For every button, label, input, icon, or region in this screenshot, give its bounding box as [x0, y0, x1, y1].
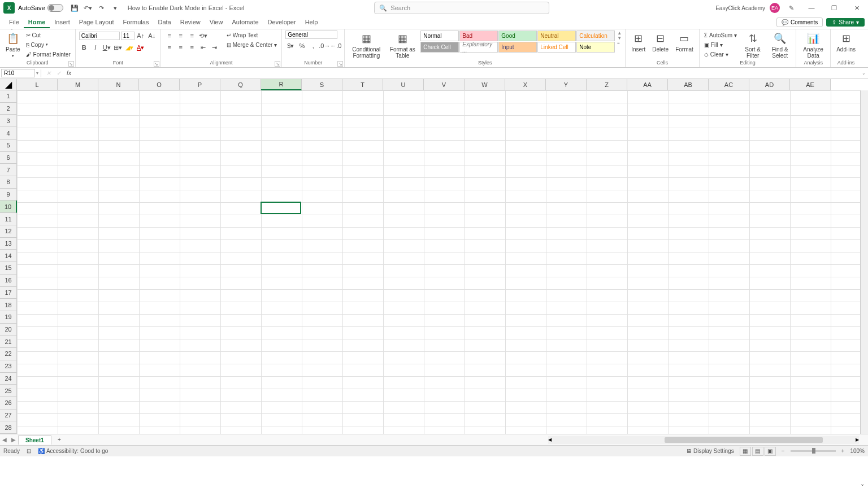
row-header[interactable]: 2 [0, 103, 17, 115]
copy-button[interactable]: ⎘Copy▾ [25, 40, 72, 49]
column-header[interactable]: X [505, 79, 546, 90]
column-header[interactable]: S [302, 79, 342, 90]
expand-formula-icon[interactable]: ⌄ [862, 71, 866, 76]
bold-button[interactable]: B [79, 42, 89, 53]
row-header[interactable]: 11 [0, 213, 17, 225]
user-avatar-icon[interactable]: EA [770, 3, 780, 13]
increase-decimal-button[interactable]: .0→ [319, 41, 329, 51]
user-name[interactable]: EasyClick Academy [715, 5, 765, 11]
column-header[interactable]: Q [220, 79, 261, 90]
column-header[interactable]: W [465, 79, 505, 90]
format-as-table-button[interactable]: ▦Format as Table [387, 30, 418, 60]
row-header[interactable]: 13 [0, 238, 17, 250]
tab-data[interactable]: Data [153, 17, 175, 28]
style-linked-cell[interactable]: Linked Cell [537, 42, 576, 53]
style-good[interactable]: Good [498, 30, 537, 41]
row-header[interactable]: 16 [0, 274, 17, 287]
wrap-text-button[interactable]: ↵Wrap Text [225, 30, 279, 40]
format-cells-button[interactable]: ▭Format [673, 30, 696, 54]
row-header[interactable]: 9 [0, 189, 17, 201]
column-header[interactable]: L [17, 79, 58, 90]
normal-view-button[interactable]: ▦ [740, 447, 751, 456]
autosave-toggle[interactable]: AutoSave [18, 4, 63, 12]
row-header[interactable]: 3 [0, 115, 17, 127]
column-header[interactable]: T [342, 79, 383, 90]
name-box[interactable] [1, 69, 35, 77]
style-normal[interactable]: Normal [420, 30, 459, 41]
style-calculation[interactable]: Calculation [576, 30, 615, 41]
insert-function-button[interactable]: fx [64, 69, 74, 78]
number-format-input[interactable] [285, 30, 337, 39]
style-explanatory[interactable]: Explanatory ... [459, 42, 498, 53]
row-header[interactable]: 22 [0, 348, 17, 360]
font-name-input[interactable] [79, 32, 120, 40]
coming-soon-icon[interactable]: ✎ [785, 2, 797, 14]
display-settings-button[interactable]: 🖥 Display Settings [686, 448, 734, 454]
column-header[interactable]: U [383, 79, 424, 90]
font-dialog-launcher[interactable]: ↘ [154, 61, 159, 67]
align-right-button[interactable]: ≡ [187, 42, 197, 53]
row-header[interactable]: 1 [0, 90, 17, 103]
tab-file[interactable]: File [5, 17, 24, 28]
cells-area[interactable] [17, 90, 868, 434]
styles-scroll-up[interactable]: ▲ [617, 30, 622, 36]
align-top-button[interactable]: ≡ [164, 30, 175, 41]
hscroll-thumb[interactable] [665, 437, 823, 443]
search-input[interactable]: 🔍 Search [374, 2, 549, 14]
sheet-tab-active[interactable]: Sheet1 [18, 435, 51, 445]
format-painter-button[interactable]: 🖌Format Painter [25, 50, 72, 59]
row-header[interactable]: 26 [0, 397, 17, 409]
row-header[interactable]: 8 [0, 176, 17, 189]
save-icon[interactable]: 💾 [69, 2, 80, 14]
align-bottom-button[interactable]: ≡ [187, 30, 197, 41]
zoom-out-button[interactable]: − [782, 448, 785, 454]
currency-button[interactable]: $▾ [285, 41, 296, 51]
decrease-indent-button[interactable]: ⇤ [198, 42, 209, 53]
tab-developer[interactable]: Developer [263, 17, 301, 28]
style-neutral[interactable]: Neutral [537, 30, 576, 41]
border-button[interactable]: ⊞▾ [113, 42, 123, 53]
align-left-button[interactable]: ≡ [164, 42, 175, 53]
accessibility-icon[interactable]: ♿ [38, 448, 45, 454]
orientation-button[interactable]: ⟲▾ [198, 30, 209, 41]
share-button[interactable]: ⇪ Share ▾ [826, 18, 865, 27]
tab-view[interactable]: View [205, 17, 228, 28]
insert-cells-button[interactable]: ⊞Insert [629, 30, 648, 54]
row-header[interactable]: 20 [0, 324, 17, 336]
column-header[interactable]: V [424, 79, 465, 90]
macro-record-icon[interactable]: ⊡ [27, 448, 31, 454]
column-header[interactable]: Y [546, 79, 587, 90]
page-break-view-button[interactable]: ▣ [765, 447, 776, 456]
cancel-formula-button[interactable]: ✕ [44, 69, 54, 78]
style-check-cell[interactable]: Check Cell [420, 42, 459, 53]
percent-button[interactable]: % [297, 41, 307, 51]
row-header[interactable]: 23 [0, 360, 17, 373]
cut-button[interactable]: ✂Cut [25, 30, 72, 40]
styles-more[interactable]: ≡ [617, 41, 622, 46]
sheet-nav-prev[interactable]: ◀ [0, 437, 9, 443]
zoom-level[interactable]: 100% [850, 448, 865, 454]
row-header[interactable]: 19 [0, 311, 17, 324]
row-header[interactable]: 12 [0, 225, 17, 238]
column-header[interactable]: P [180, 79, 220, 90]
decrease-font-button[interactable]: A↓ [147, 30, 157, 41]
horizontal-scrollbar[interactable]: ◀ ▶ [548, 436, 859, 444]
conditional-formatting-button[interactable]: ▦Conditional Formatting [348, 30, 384, 60]
column-header[interactable]: AA [627, 79, 668, 90]
paste-button[interactable]: 📋 Paste ▾ [3, 30, 23, 59]
row-header[interactable]: 25 [0, 385, 17, 397]
merge-center-button[interactable]: ⊟Merge & Center▾ [225, 40, 279, 49]
style-input[interactable]: Input [498, 42, 537, 53]
tab-review[interactable]: Review [176, 17, 205, 28]
add-sheet-button[interactable]: + [54, 437, 65, 443]
autosum-button[interactable]: ΣAutoSum▾ [703, 30, 738, 40]
row-header[interactable]: 28 [0, 421, 17, 434]
column-header[interactable]: N [98, 79, 139, 90]
redo-icon[interactable]: ↷ [96, 2, 107, 14]
enter-formula-button[interactable]: ✓ [54, 69, 64, 78]
row-header[interactable]: 4 [0, 127, 17, 140]
increase-font-button[interactable]: A↑ [136, 30, 146, 41]
delete-cells-button[interactable]: ⊟Delete [650, 30, 671, 54]
undo-icon[interactable]: ↶▾ [83, 2, 94, 14]
autosave-switch-icon[interactable] [47, 4, 63, 12]
